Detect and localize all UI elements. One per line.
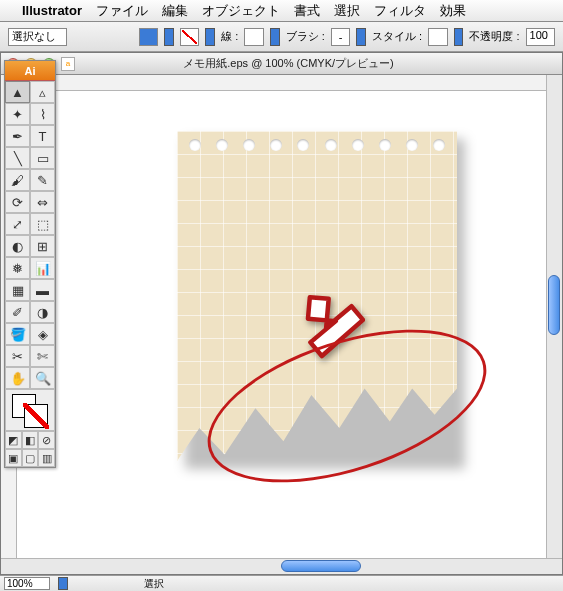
opacity-field[interactable]: 100 [526, 28, 555, 46]
selection-info: 選択なし [8, 28, 67, 46]
tools-grid: ▲ ▵ ✦ ⌇ ✒ T ╲ ▭ 🖌 ✎ ⟳ ⇔ ⤢ ⬚ ◐ ⊞ ❅ 📊 ▦ ▬ … [5, 81, 55, 467]
gradient-mode[interactable]: ◧ [22, 431, 39, 449]
hand-tool[interactable]: ✋ [5, 367, 30, 389]
fill-stroke-control[interactable] [5, 389, 55, 431]
binding-holes [189, 139, 445, 151]
scroll-thumb-vertical[interactable] [548, 275, 560, 335]
slice-tool[interactable]: ✂ [5, 345, 30, 367]
hole [325, 139, 337, 151]
type-tool[interactable]: T [30, 125, 55, 147]
pen-tool[interactable]: ✒ [5, 125, 30, 147]
hole [379, 139, 391, 151]
eyedropper-tool[interactable]: ✐ [5, 301, 30, 323]
brush-dropdown[interactable] [356, 28, 366, 46]
warp-tool[interactable]: ◐ [5, 235, 30, 257]
document-window: a メモ用紙.eps @ 100% (CMYK/プレビュー) [0, 52, 563, 575]
screen-mode-normal[interactable]: ▣ [5, 449, 22, 467]
hole [243, 139, 255, 151]
hole [352, 139, 364, 151]
lasso-tool[interactable]: ⌇ [30, 103, 55, 125]
stroke-label: 線 : [221, 29, 238, 44]
menu-file[interactable]: ファイル [96, 2, 148, 20]
blend-tool[interactable]: ◑ [30, 301, 55, 323]
menu-edit[interactable]: 編集 [162, 2, 188, 20]
none-mode[interactable]: ⊘ [38, 431, 55, 449]
status-bar: 100% 選択 [0, 575, 563, 591]
hole [189, 139, 201, 151]
scrollbar-vertical[interactable] [546, 75, 562, 558]
reflect-tool[interactable]: ⇔ [30, 191, 55, 213]
mesh-tool[interactable]: ▦ [5, 279, 30, 301]
rotate-tool[interactable]: ⟳ [5, 191, 30, 213]
fill-dropdown[interactable] [164, 28, 174, 46]
rectangle-tool[interactable]: ▭ [30, 147, 55, 169]
zoom-tool[interactable]: 🔍 [30, 367, 55, 389]
scale-tool[interactable]: ⤢ [5, 213, 30, 235]
menu-object[interactable]: オブジェクト [202, 2, 280, 20]
line-tool[interactable]: ╲ [5, 147, 30, 169]
screen-mode-full-menu[interactable]: ▢ [22, 449, 39, 467]
ruler-horizontal[interactable] [17, 75, 546, 91]
hole [270, 139, 282, 151]
stroke-weight-dropdown[interactable] [270, 28, 280, 46]
app-menu[interactable]: Illustrator [22, 3, 82, 18]
selection-info-text: 選択なし [12, 29, 56, 44]
toolbox-header: Ai [5, 61, 55, 81]
fill-swatch[interactable] [139, 28, 159, 46]
options-bar: 選択なし 線 : ブラシ : - スタイル : 不透明度 : 100 [0, 22, 563, 52]
magic-wand-tool[interactable]: ✦ [5, 103, 30, 125]
toolbox[interactable]: Ai ▲ ▵ ✦ ⌇ ✒ T ╲ ▭ 🖌 ✎ ⟳ ⇔ ⤢ ⬚ ◐ ⊞ ❅ 📊 ▦… [4, 60, 56, 468]
stroke-box[interactable] [24, 404, 48, 428]
menubar: Illustrator ファイル 編集 オブジェクト 書式 選択 フィルタ 効果 [0, 0, 563, 22]
brush-swatch[interactable]: - [331, 28, 351, 46]
hole [297, 139, 309, 151]
menu-filter[interactable]: フィルタ [374, 2, 426, 20]
status-label: 選択 [144, 577, 164, 591]
direct-selection-tool[interactable]: ▵ [30, 81, 55, 103]
window-titlebar[interactable]: a メモ用紙.eps @ 100% (CMYK/プレビュー) [1, 53, 562, 75]
menu-effect[interactable]: 効果 [440, 2, 466, 20]
menu-type[interactable]: 書式 [294, 2, 320, 20]
screen-mode-full[interactable]: ▥ [38, 449, 55, 467]
opacity-label: 不透明度 : [469, 29, 519, 44]
shear-tool[interactable]: ⬚ [30, 213, 55, 235]
stroke-swatch[interactable] [180, 28, 200, 46]
gradient-tool[interactable]: ▬ [30, 279, 55, 301]
window-title: メモ用紙.eps @ 100% (CMYK/プレビュー) [21, 56, 556, 71]
scroll-thumb-horizontal[interactable] [281, 560, 361, 572]
selection-tool[interactable]: ▲ [5, 81, 30, 103]
scissors-tool[interactable]: ✄ [30, 345, 55, 367]
live-paint-selection-tool[interactable]: ◈ [30, 323, 55, 345]
style-swatch[interactable] [428, 28, 448, 46]
brush-label: ブラシ : [286, 29, 325, 44]
graph-tool[interactable]: 📊 [30, 257, 55, 279]
canvas[interactable] [17, 91, 546, 558]
hole [433, 139, 445, 151]
scrollbar-horizontal[interactable] [1, 558, 562, 574]
stroke-dropdown[interactable] [205, 28, 215, 46]
live-paint-tool[interactable]: 🪣 [5, 323, 30, 345]
zoom-field[interactable]: 100% [4, 577, 50, 590]
color-mode[interactable]: ◩ [5, 431, 22, 449]
style-label: スタイル : [372, 29, 422, 44]
paintbrush-tool[interactable]: 🖌 [5, 169, 30, 191]
symbol-sprayer-tool[interactable]: ❅ [5, 257, 30, 279]
pencil-tool[interactable]: ✎ [30, 169, 55, 191]
free-transform-tool[interactable]: ⊞ [30, 235, 55, 257]
stroke-weight-field[interactable] [244, 28, 264, 46]
zoom-dropdown[interactable] [58, 577, 68, 590]
hole [216, 139, 228, 151]
hole [406, 139, 418, 151]
menu-select[interactable]: 選択 [334, 2, 360, 20]
style-dropdown[interactable] [454, 28, 464, 46]
